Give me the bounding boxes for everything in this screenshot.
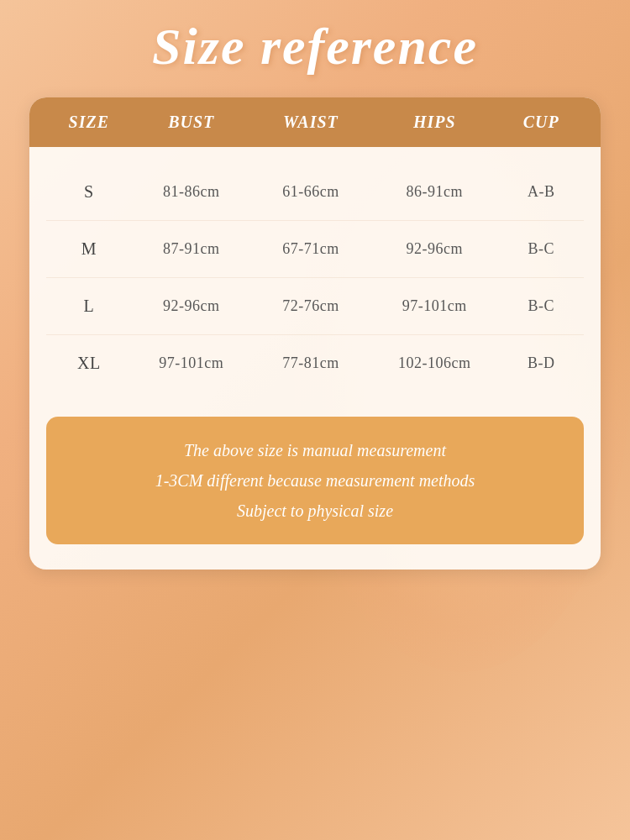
cell-cup-m: B-C <box>498 240 584 258</box>
size-chart-card: SIZE BUST WAIST HIPS CUP S 81-86cm 61-66… <box>29 97 601 570</box>
cell-hips-s: 86-91cm <box>370 183 498 201</box>
table-row: L 92-96cm 72-76cm 97-101cm B-C <box>46 278 584 335</box>
header-size: SIZE <box>46 113 132 132</box>
cell-cup-s: A-B <box>498 183 584 201</box>
cell-cup-xl: B-D <box>498 354 584 372</box>
note-box: The above size is manual measurement 1-3… <box>46 417 584 544</box>
cell-waist-m: 67-71cm <box>251 240 370 258</box>
header-hips: HIPS <box>370 113 498 132</box>
cell-waist-xl: 77-81cm <box>251 354 370 372</box>
cell-size-s: S <box>46 182 132 202</box>
table-body: S 81-86cm 61-66cm 86-91cm A-B M 87-91cm … <box>29 155 601 400</box>
page-title: Size reference <box>152 17 478 76</box>
cell-bust-xl: 97-101cm <box>132 354 251 372</box>
cell-size-xl: XL <box>46 354 132 373</box>
header-bust: BUST <box>132 113 251 132</box>
cell-hips-xl: 102-106cm <box>370 354 498 372</box>
header-waist: WAIST <box>251 113 370 132</box>
header-cup: CUP <box>498 113 584 132</box>
cell-waist-s: 61-66cm <box>251 183 370 201</box>
note-line-1: The above size is manual measurement <box>71 435 559 465</box>
note-line-3: Subject to physical size <box>71 496 559 526</box>
cell-size-m: M <box>46 239 132 259</box>
cell-cup-l: B-C <box>498 297 584 315</box>
table-row: XL 97-101cm 77-81cm 102-106cm B-D <box>46 335 584 391</box>
cell-hips-l: 97-101cm <box>370 297 498 315</box>
cell-waist-l: 72-76cm <box>251 297 370 315</box>
cell-bust-s: 81-86cm <box>132 183 251 201</box>
cell-bust-l: 92-96cm <box>132 297 251 315</box>
table-row: S 81-86cm 61-66cm 86-91cm A-B <box>46 164 584 221</box>
note-line-2: 1-3CM different because measurement meth… <box>71 465 559 496</box>
page-wrapper: Size reference SIZE BUST WAIST HIPS CUP … <box>0 0 630 840</box>
cell-size-l: L <box>46 297 132 316</box>
cell-hips-m: 92-96cm <box>370 240 498 258</box>
table-header: SIZE BUST WAIST HIPS CUP <box>29 97 601 147</box>
table-row: M 87-91cm 67-71cm 92-96cm B-C <box>46 221 584 278</box>
cell-bust-m: 87-91cm <box>132 240 251 258</box>
